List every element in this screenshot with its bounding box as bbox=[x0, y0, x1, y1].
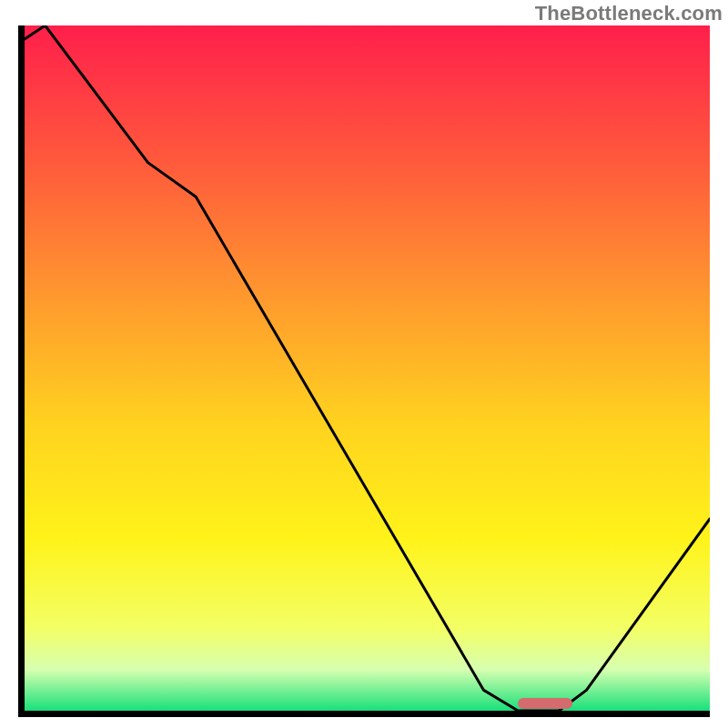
chart-svg bbox=[25, 25, 710, 711]
watermark-text: TheBottleneck.com bbox=[535, 2, 723, 25]
gradient-background bbox=[25, 25, 710, 711]
plot-area bbox=[25, 25, 710, 711]
optimal-range-marker bbox=[518, 698, 572, 709]
chart-stage: TheBottleneck.com bbox=[0, 0, 728, 728]
